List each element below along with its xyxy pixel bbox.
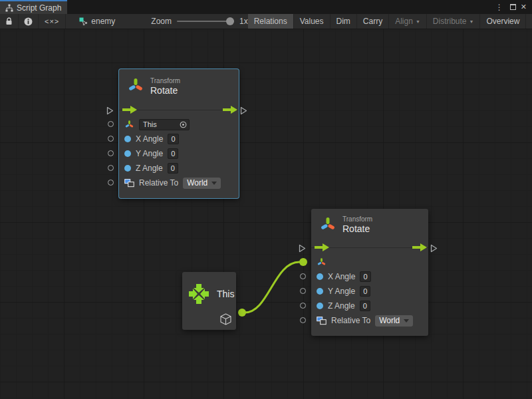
- target-object-field[interactable]: This: [139, 119, 190, 130]
- node-title: Rotate: [342, 223, 372, 234]
- flow-output-port[interactable]: [240, 106, 247, 118]
- this-row: This: [119, 117, 239, 132]
- transform-icon: [319, 216, 336, 233]
- zoom-label: Zoom: [151, 17, 172, 26]
- y-angle-row: Y Angle 0: [119, 146, 239, 161]
- node-this[interactable]: This: [182, 272, 236, 330]
- carry-button[interactable]: Carry: [357, 14, 389, 29]
- y-angle-input[interactable]: 0: [168, 148, 178, 159]
- flow-in-arrow-icon: [315, 243, 329, 251]
- flow-row: [311, 240, 428, 255]
- chevron-down-icon: ▼: [416, 19, 420, 24]
- node-rotate-1[interactable]: Transform Rotate This: [119, 69, 239, 198]
- x-angle-row: X Angle 0: [119, 132, 239, 146]
- titlebar: Script Graph ⋮ ✕: [0, 0, 532, 14]
- y-angle-row: Y Angle 0: [311, 284, 428, 299]
- enum-icon: [124, 179, 134, 188]
- value-input-port[interactable]: [108, 180, 114, 186]
- node-title: Rotate: [150, 85, 180, 96]
- this-self-icon: [187, 282, 211, 306]
- code-view-button[interactable]: <×>: [39, 14, 66, 29]
- flow-out-arrow-icon: [223, 106, 237, 114]
- node-category: Transform: [342, 215, 372, 223]
- flow-row: [119, 102, 239, 117]
- output-port-connected[interactable]: [238, 309, 246, 317]
- value-port-dot: [317, 303, 323, 309]
- enum-icon: [317, 317, 327, 325]
- connection-wire: [0, 29, 532, 399]
- x-angle-row: X Angle 0: [311, 269, 428, 284]
- object-picker-icon[interactable]: [180, 121, 187, 128]
- dim-button[interactable]: Dim: [331, 14, 357, 29]
- relative-to-dropdown[interactable]: World: [183, 178, 221, 189]
- close-icon[interactable]: ✕: [521, 3, 527, 11]
- graph-canvas[interactable]: Transform Rotate This: [0, 29, 532, 399]
- value-input-port[interactable]: [108, 150, 114, 156]
- z-angle-input[interactable]: 0: [360, 301, 370, 311]
- this-row: [311, 255, 428, 269]
- flow-in-arrow-icon: [122, 106, 137, 114]
- chevron-down-icon: [404, 319, 409, 323]
- flow-out-arrow-icon: [412, 243, 427, 251]
- value-input-port[interactable]: [108, 121, 114, 127]
- toolbar: <×> enemy Zoom 1x Relations Values Dim C…: [0, 14, 532, 29]
- relative-to-row: Relative To World: [119, 176, 239, 190]
- z-angle-row: Z Angle 0: [119, 161, 239, 176]
- gameobject-cube-icon: [220, 313, 231, 325]
- zoom-slider[interactable]: [177, 21, 234, 22]
- flow-input-port[interactable]: [106, 106, 114, 118]
- value-port-dot: [124, 150, 131, 157]
- y-angle-input[interactable]: 0: [360, 286, 370, 297]
- breadcrumb[interactable]: enemy: [79, 14, 115, 29]
- node-category: Transform: [150, 76, 180, 85]
- code-icon: <×>: [45, 17, 59, 25]
- distribute-button[interactable]: Distribute ▼: [427, 14, 481, 29]
- z-angle-input[interactable]: 0: [168, 163, 178, 174]
- value-input-port[interactable]: [300, 303, 306, 309]
- more-menu-icon[interactable]: ⋮: [493, 3, 505, 12]
- x-angle-input[interactable]: 0: [360, 271, 370, 282]
- lock-icon: [5, 17, 13, 25]
- transform-icon: [127, 77, 144, 94]
- flow-input-port[interactable]: [299, 243, 306, 255]
- zoom-control: Zoom 1x: [151, 14, 247, 29]
- value-port-dot: [317, 288, 323, 295]
- value-input-port[interactable]: [108, 136, 114, 142]
- value-input-port-connected[interactable]: [299, 258, 307, 266]
- value-input-port[interactable]: [300, 273, 306, 279]
- zoom-slider-handle[interactable]: [226, 17, 234, 25]
- transform-icon-small: [317, 257, 327, 267]
- flow-output-port[interactable]: [430, 243, 438, 255]
- fullscreen-button[interactable]: Full Screen: [526, 14, 532, 29]
- z-angle-row: Z Angle 0: [311, 299, 428, 313]
- info-button[interactable]: [19, 14, 39, 29]
- tab-label: Script Graph: [17, 3, 61, 13]
- graph-name: enemy: [91, 17, 115, 26]
- graph-icon: [79, 17, 88, 26]
- node-header: Transform Rotate: [311, 209, 428, 240]
- info-icon: [24, 17, 33, 26]
- align-button[interactable]: Align ▼: [389, 14, 427, 29]
- value-port-dot: [124, 165, 131, 172]
- overview-button[interactable]: Overview: [480, 14, 526, 29]
- value-port-dot: [124, 136, 131, 142]
- hierarchy-icon: [5, 4, 13, 12]
- transform-icon-small: [124, 120, 134, 130]
- zoom-value: 1x: [239, 17, 248, 26]
- value-port-dot: [317, 273, 323, 280]
- value-input-port[interactable]: [300, 288, 306, 294]
- value-input-port[interactable]: [108, 165, 114, 171]
- chevron-down-icon: [211, 182, 217, 185]
- chevron-down-icon: ▼: [469, 19, 474, 24]
- maximize-icon[interactable]: [510, 4, 516, 10]
- node-rotate-2[interactable]: Transform Rotate X Angle: [311, 209, 428, 336]
- relative-to-dropdown[interactable]: World: [375, 315, 413, 327]
- tab-script-graph[interactable]: Script Graph: [0, 0, 67, 14]
- x-angle-input[interactable]: 0: [168, 134, 178, 144]
- lock-button[interactable]: [0, 14, 19, 29]
- value-input-port[interactable]: [300, 317, 306, 323]
- relations-button[interactable]: Relations: [248, 14, 294, 29]
- this-node-label: This: [217, 289, 234, 299]
- values-button[interactable]: Values: [294, 14, 331, 29]
- relative-to-row: Relative To World: [311, 313, 428, 328]
